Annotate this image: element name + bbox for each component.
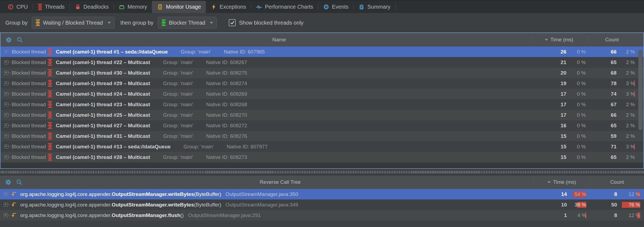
call-tree-row[interactable]: org.apache.logging.log4j.core.appender.O…	[0, 189, 644, 199]
expand-icon[interactable]	[4, 145, 8, 149]
expand-icon[interactable]	[4, 134, 8, 138]
threads-table-body: Blocked thread Camel (camel-1) thread #1…	[1, 46, 643, 162]
scrollbar-thumb[interactable]	[638, 50, 643, 130]
count-percent: 2 %	[616, 154, 636, 160]
expand-icon[interactable]	[4, 192, 8, 196]
thread-group: Group: 'main'	[163, 81, 193, 86]
tab-memory[interactable]: Memory	[114, 1, 152, 13]
blocked-thread-row[interactable]: Blocked thread Camel (camel-1) thread #3…	[1, 131, 643, 141]
expand-icon[interactable]	[4, 81, 8, 85]
tab-performance-charts[interactable]: Performance Charts	[251, 1, 318, 13]
time-percent: 0 %	[566, 59, 587, 65]
thread-native-id: Native ID: 608269	[206, 91, 247, 97]
expand-icon[interactable]	[4, 102, 8, 106]
tab-monitor-usage[interactable]: Monitor Usage	[152, 1, 206, 13]
vertical-scrollbar[interactable]	[638, 46, 643, 162]
blocked-thread-icon	[48, 59, 52, 66]
time-value: 17	[531, 102, 566, 108]
blocked-thread-row[interactable]: Blocked thread Camel (camel-1) thread #2…	[1, 110, 643, 120]
call-tree-row[interactable]: org.apache.logging.log4j.core.appender.O…	[0, 199, 644, 210]
expand-icon[interactable]	[4, 71, 8, 75]
blocked-thread-row[interactable]: Blocked thread Camel (camel-1) thread #2…	[1, 89, 643, 99]
tab-threads[interactable]: Threads	[33, 1, 69, 13]
count-percent: 12 %	[617, 191, 644, 197]
expand-icon[interactable]	[4, 113, 8, 117]
blocker-thread-dropdown[interactable]: Blocker Thread	[158, 17, 217, 29]
thread-name: Camel (camel-1) thread #25 – Multicast	[56, 112, 150, 118]
chevron-down-icon	[210, 22, 213, 24]
thread-state-label: Blocked thread	[12, 123, 48, 129]
expand-icon[interactable]	[4, 203, 8, 207]
thread-group: Group: 'main'	[163, 133, 193, 139]
count-percent: 3 %	[616, 144, 636, 150]
thread-native-id: Native ID: 608274	[206, 81, 247, 86]
expand-icon[interactable]	[4, 50, 8, 54]
expand-icon[interactable]	[4, 155, 8, 159]
method-name: OutputStreamManager.flush	[112, 212, 180, 218]
blocked-thread-icon	[48, 48, 52, 55]
thread-name: Camel (camel-1) thread #27 – Multicast	[56, 123, 150, 129]
blocked-thread-icon	[48, 80, 52, 87]
time-percent: 0 %	[566, 102, 587, 108]
column-header-time[interactable]: Time (ms)	[533, 175, 590, 189]
tab-label: Exceptions	[220, 4, 246, 10]
call-tree-row[interactable]: org.apache.logging.log4j.core.appender.O…	[0, 210, 644, 221]
blocked-thread-icon	[48, 143, 52, 150]
time-percent: 0 %	[566, 81, 587, 86]
tab-exceptions[interactable]: Exceptions	[206, 1, 251, 13]
chevron-down-icon	[108, 22, 111, 24]
method-arrow-icon	[11, 202, 18, 208]
call-tree-header: Reverse Call Tree Time (ms) Count	[0, 175, 644, 189]
call-tree-panel: Reverse Call Tree Time (ms) Count org.ap…	[0, 175, 644, 227]
tab-label: Threads	[45, 4, 64, 10]
thread-name: Camel (camel-1) thread #31 – Multicast	[56, 133, 150, 139]
checkbox-label: Show blocked threads only	[239, 20, 303, 26]
performance-charts-icon	[256, 4, 262, 10]
search-icon[interactable]	[16, 179, 23, 186]
count-value: 71	[587, 144, 616, 150]
thread-group: Group: 'main'	[163, 91, 193, 97]
panel-splitter[interactable]	[0, 169, 644, 175]
time-percent: 0 %	[566, 144, 587, 150]
expand-icon[interactable]	[4, 123, 8, 128]
thread-group: Group: 'main'	[163, 112, 193, 118]
expand-icon[interactable]	[4, 213, 8, 217]
blocked-thread-row[interactable]: Blocked thread Camel (camel-1) thread #2…	[1, 152, 643, 162]
thread-group: Group: 'main'	[163, 70, 193, 76]
group-by-dropdown[interactable]: Waiting / Blocked Thread	[32, 17, 114, 29]
blocked-thread-row[interactable]: Blocked thread Camel (camel-1) thread #2…	[1, 120, 643, 131]
thread-state-label: Blocked thread	[12, 49, 48, 55]
tab-deadlocks[interactable]: Deadlocks	[70, 1, 114, 13]
profiler-window: CPU Threads Deadlocks Memory Monitor Usa…	[0, 0, 644, 227]
blocked-thread-row[interactable]: Blocked thread Camel (camel-1) thread #3…	[1, 68, 643, 78]
column-header-name[interactable]: Name	[28, 37, 531, 43]
show-blocked-threads-checkbox[interactable]: Show blocked threads only	[229, 19, 303, 26]
blocked-thread-row[interactable]: Blocked thread Camel (camel-1) thread #2…	[1, 57, 643, 68]
tab-label: Summary	[367, 4, 390, 10]
thread-native-id: Native ID: 608273	[206, 154, 247, 160]
expand-icon[interactable]	[4, 92, 8, 96]
tab-events[interactable]: Events	[318, 1, 353, 13]
blocked-thread-row[interactable]: Blocked thread Camel (camel-1) thread #2…	[1, 99, 643, 110]
tab-label: Performance Charts	[265, 4, 313, 10]
monitor-usage-icon	[157, 4, 163, 10]
blocked-thread-icon	[48, 69, 52, 76]
column-header-count[interactable]: Count	[590, 175, 644, 189]
expand-icon[interactable]	[4, 60, 8, 64]
tab-cpu[interactable]: CPU	[3, 1, 33, 13]
group-by-label: Group by	[5, 20, 28, 26]
gear-icon[interactable]	[5, 179, 12, 186]
blocked-thread-row[interactable]: Blocked thread Camel (camel-1) thread #1…	[1, 46, 643, 57]
blocked-thread-row[interactable]: Blocked thread Camel (camel-1) thread #2…	[1, 78, 643, 89]
thread-state-label: Blocked thread	[12, 70, 48, 76]
gear-icon[interactable]	[5, 36, 12, 43]
column-header-time[interactable]: Time (ms)	[531, 33, 587, 46]
blocked-thread-row[interactable]: Blocked thread Camel (camel-1) thread #1…	[1, 141, 643, 152]
count-value: 59	[587, 133, 616, 139]
search-icon[interactable]	[16, 36, 23, 43]
tab-summary[interactable]: Summary	[354, 1, 395, 13]
count-value: 65	[587, 123, 616, 129]
tab-bar: CPU Threads Deadlocks Memory Monitor Usa…	[0, 0, 644, 13]
column-header-count[interactable]: Count	[587, 33, 636, 46]
checkbox-checked-icon[interactable]	[229, 19, 236, 26]
